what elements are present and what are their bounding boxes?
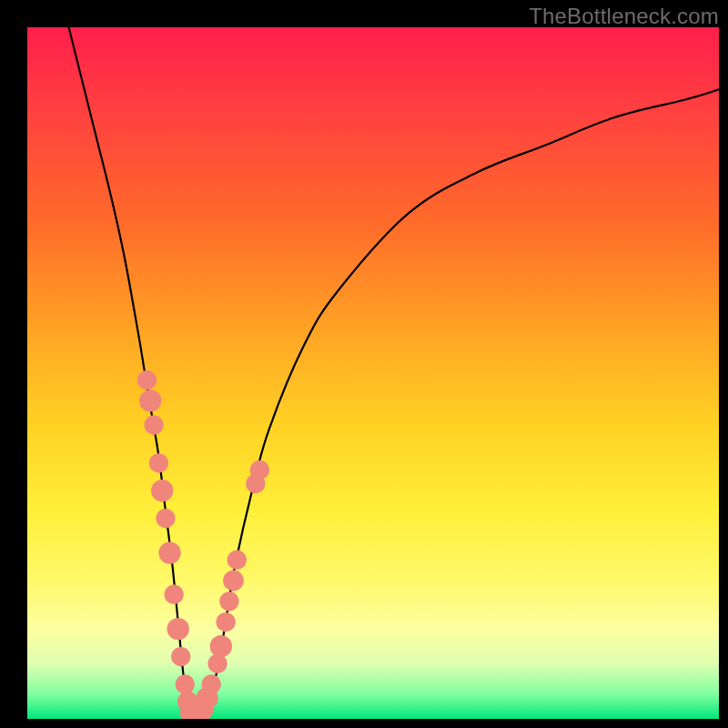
data-marker (137, 370, 157, 389)
data-markers (137, 370, 269, 719)
data-marker (158, 541, 180, 563)
data-marker (196, 687, 217, 709)
bottleneck-curve (69, 27, 719, 719)
data-marker (246, 474, 265, 493)
data-marker (149, 453, 168, 472)
data-marker (176, 674, 195, 693)
curve-svg (27, 27, 719, 719)
data-marker (219, 592, 238, 611)
data-marker (180, 702, 204, 719)
chart-frame: TheBottleneck.com (0, 0, 728, 728)
plot-area (27, 27, 719, 719)
data-marker (192, 697, 214, 719)
data-marker (187, 704, 209, 719)
data-marker (156, 509, 175, 528)
data-marker (167, 618, 189, 640)
data-marker (171, 647, 190, 666)
data-marker (139, 389, 161, 411)
data-marker (210, 635, 232, 657)
watermark-text: TheBottleneck.com (529, 4, 719, 29)
data-marker (164, 585, 183, 604)
data-marker (207, 654, 227, 673)
data-marker (151, 480, 173, 501)
data-marker (177, 692, 198, 713)
data-marker (216, 612, 235, 632)
data-marker (250, 460, 269, 480)
data-marker (228, 551, 247, 570)
data-marker (144, 415, 163, 434)
data-marker (223, 571, 244, 592)
data-marker (184, 706, 206, 719)
data-marker (202, 674, 221, 693)
